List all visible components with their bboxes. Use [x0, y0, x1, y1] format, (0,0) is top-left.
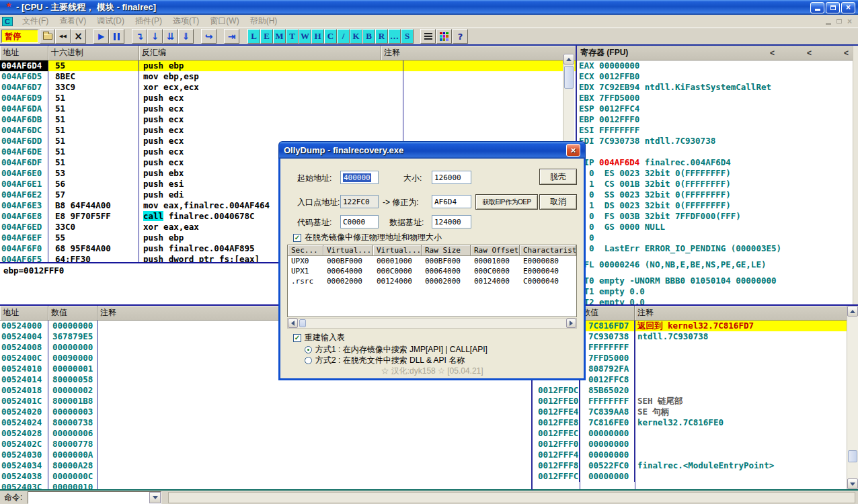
disasm-row[interactable]: 004AF6DA51push ecx — [0, 103, 576, 114]
section-column-header[interactable]: Virtual... — [323, 245, 373, 255]
letter-button-…[interactable]: … — [388, 29, 401, 44]
dump-row[interactable]: 0052403C00000010 — [0, 482, 531, 491]
register-line[interactable]: ESI FFFFFFFF — [577, 125, 858, 136]
cpu-window-icon[interactable]: C — [2, 17, 13, 26]
section-column-header[interactable]: Virtual... — [373, 245, 422, 255]
execute-till-return-icon[interactable]: ↪ — [201, 29, 217, 44]
memory-map-icon[interactable] — [436, 29, 452, 44]
size-field[interactable]: 126000 — [432, 171, 471, 184]
scrollbar-thumb[interactable] — [299, 319, 306, 327]
dump-row[interactable]: 0052401C800001B8 — [0, 396, 531, 407]
scroll-left-icon[interactable] — [288, 319, 298, 328]
open-file-icon[interactable] — [40, 29, 55, 44]
letter-button-E[interactable]: E — [260, 29, 273, 44]
menu-item[interactable]: 窗口(W) — [204, 15, 244, 27]
register-line[interactable]: ST2 empty 0.0 — [577, 297, 858, 304]
letter-button-T[interactable]: T — [286, 29, 299, 44]
register-line[interactable]: ST0 empty -UNORM BBB0 01050104 00000000 — [577, 276, 858, 286]
go-to-address-icon[interactable]: ⇥ — [224, 29, 239, 44]
section-row[interactable]: .rsrc00002000001240000000200000124000C00… — [288, 276, 576, 286]
stack-row[interactable]: 0012FFF000000000 — [533, 439, 858, 450]
register-line[interactable]: EIP 004AF6D4 finalrec.004AF6D4 — [577, 157, 858, 168]
collapse-chevron-icon[interactable]: < — [807, 48, 812, 58]
dialog-close-button[interactable]: × — [566, 144, 580, 157]
disasm-row[interactable]: 004AF6D951push ecx — [0, 93, 576, 103]
disasm-row[interactable]: 004AF6DC51push ecx — [0, 125, 576, 136]
registers-scroll-edge[interactable] — [853, 46, 858, 304]
command-input[interactable] — [28, 492, 149, 503]
scrollbar-thumb[interactable] — [848, 450, 857, 462]
get-eip-as-oep-button[interactable]: 获取EIP作为OEP — [475, 194, 538, 210]
pause-icon[interactable] — [109, 29, 124, 44]
dump-row[interactable]: 005240380000000C — [0, 471, 531, 482]
cancel-button[interactable]: 取消 — [539, 194, 577, 210]
menu-item[interactable]: 选项(T) — [167, 15, 204, 27]
register-line[interactable]: 0 LastErr ERROR_IO_PENDING (000003E5) — [577, 243, 858, 254]
disasm-row[interactable]: 004AF6DB51push ecx — [0, 114, 576, 125]
fix-sections-checkbox[interactable]: 在脱壳镜像中修正物理地址和物理大小 — [293, 232, 442, 243]
command-combobox[interactable] — [28, 491, 161, 504]
method1-radio[interactable]: 方式1 : 在内存镜像中搜索 JMP[API] | CALL[API] — [305, 344, 488, 355]
sections-hscrollbar[interactable] — [287, 318, 577, 329]
disasm-row[interactable]: 004AF6D455push ebp — [0, 60, 576, 71]
scroll-right-icon[interactable] — [566, 319, 576, 328]
modify-to-field[interactable]: AF6D4 — [432, 195, 471, 208]
register-line[interactable]: EDI 7C930738 ntdll.7C930738 — [577, 136, 858, 146]
dump-row[interactable]: 0052402C80000778 — [0, 439, 531, 450]
disasm-row[interactable]: 004AF6D58BECmov ebp,esp — [0, 71, 576, 82]
mdi-restore-icon[interactable] — [836, 19, 842, 24]
letter-button-R[interactable]: R — [375, 29, 388, 44]
minimize-button[interactable] — [810, 2, 824, 13]
stack-row[interactable]: 0012FFF800522FC0finalrec.<ModuleEntryPoi… — [533, 460, 858, 471]
stack-row[interactable]: 0012FFE87C816FE0kernel32.7C816FE0 — [533, 417, 858, 428]
scroll-up-icon[interactable] — [847, 306, 858, 317]
scrollbar-thumb[interactable] — [564, 66, 574, 89]
register-line[interactable]: ECX 0012FFB0 — [577, 71, 858, 82]
letter-button-K[interactable]: K — [350, 29, 362, 44]
letter-button-C[interactable]: C — [324, 29, 337, 44]
letter-button-B[interactable]: B — [362, 29, 375, 44]
letter-button-L[interactable]: L — [247, 29, 260, 44]
restore-button[interactable] — [826, 2, 840, 13]
register-line[interactable]: EBP 0012FFF0 — [577, 114, 858, 125]
register-line[interactable]: 0 SS 0023 32bit 0(FFFFFFFF) — [577, 190, 858, 200]
rebuild-import-checkbox[interactable]: 重建输入表 — [293, 332, 345, 343]
close-program-icon[interactable]: × — [71, 29, 86, 44]
register-line[interactable]: 0 — [577, 233, 858, 243]
scroll-up-icon[interactable] — [563, 54, 574, 65]
code-base-field[interactable]: C0000 — [340, 215, 379, 228]
dump-row[interactable]: 0052402800000006 — [0, 428, 531, 439]
register-line[interactable]: 0 ES 0023 32bit 0(FFFFFFFF) — [577, 168, 858, 179]
section-column-header[interactable]: Charactaristi — [520, 245, 576, 255]
section-column-header[interactable]: Raw Size — [422, 245, 471, 255]
stack-row[interactable]: 0012FFFC00000000 — [533, 471, 858, 482]
stack-row[interactable]: 0012FFDC85B65020 — [533, 385, 858, 396]
step-into-icon[interactable]: ↴ — [132, 29, 147, 44]
animate-over-icon[interactable]: ⇓ — [178, 29, 194, 44]
letter-button-W[interactable]: W — [299, 29, 311, 44]
section-column-header[interactable]: Sec... — [288, 245, 323, 255]
windows-list-icon[interactable] — [420, 29, 436, 44]
register-line[interactable]: 1 CS 001B 32bit 0(FFFFFFFF) — [577, 179, 858, 190]
start-address-field[interactable]: 400000 — [340, 171, 379, 184]
menu-item[interactable]: 查看(V) — [54, 15, 91, 27]
register-line[interactable]: 1 DS 0023 32bit 0(FFFFFFFF) — [577, 200, 858, 211]
register-line[interactable]: ESP 0012FFC4 — [577, 103, 858, 114]
dump-row[interactable]: 005240300000000A — [0, 450, 531, 460]
letter-button-S[interactable]: S — [401, 29, 414, 44]
disasm-row[interactable]: 004AF6D733C9xor ecx,ecx — [0, 82, 576, 93]
letter-button-M[interactable]: M — [273, 29, 286, 44]
section-column-header[interactable]: Raw Offset — [471, 245, 520, 255]
scroll-down-icon[interactable] — [847, 478, 858, 489]
restart-icon[interactable]: ◀◀ — [55, 29, 71, 44]
run-icon[interactable]: ▶ — [93, 29, 109, 44]
menu-item[interactable]: 调试(D) — [91, 15, 130, 27]
register-line[interactable]: ST1 empty 0.0 — [577, 286, 858, 297]
step-over-icon[interactable]: ↓ — [147, 29, 163, 44]
stack-row[interactable]: 0012FFEC00000000 — [533, 428, 858, 439]
mdi-minimize-icon[interactable] — [826, 23, 831, 25]
register-line[interactable]: EBX 7FFD5000 — [577, 93, 858, 103]
collapse-chevron-icon[interactable]: < — [844, 48, 849, 58]
section-row[interactable]: UPX100064000000C000000064000000C0000E000… — [288, 266, 576, 276]
menu-item[interactable]: 插件(P) — [130, 15, 167, 27]
